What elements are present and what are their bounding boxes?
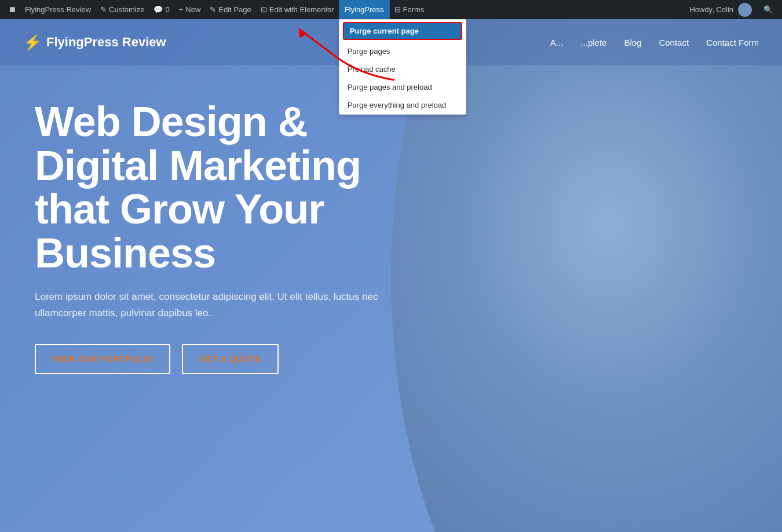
admin-bar: ■ FlyingPress Review ✎ Customize 💬 0 + N… xyxy=(0,0,782,19)
nav-about-link[interactable]: A... xyxy=(550,38,564,47)
admin-bar-right: Howdy, Colin 🔍 xyxy=(685,3,777,17)
forms-icon: ⊟ xyxy=(394,5,401,14)
plus-icon: + xyxy=(179,5,184,14)
purge-current-page-item[interactable]: Purge current page xyxy=(343,22,462,40)
customize-icon: ✎ xyxy=(100,5,107,14)
avatar xyxy=(738,3,752,17)
portfolio-button[interactable]: VIEW OUR PORTFOLIO xyxy=(35,344,170,374)
purge-pages-item[interactable]: Purge pages xyxy=(339,42,466,60)
hero-subtitle: Lorem ipsum dolor sit amet, consectetur … xyxy=(35,289,382,320)
edit-elementor-button[interactable]: ⊡ Edit with Elementor xyxy=(256,0,339,19)
wp-logo-button[interactable]: ■ xyxy=(5,0,20,19)
nav-complete-link[interactable]: ...plete xyxy=(580,38,606,47)
howdy-button[interactable]: Howdy, Colin xyxy=(685,3,757,17)
hero-buttons: VIEW OUR PORTFOLIO GET A QUOTE xyxy=(35,344,382,374)
comments-icon: 💬 xyxy=(154,5,163,14)
new-button[interactable]: + New xyxy=(174,0,206,19)
site-name-button[interactable]: FlyingPress Review xyxy=(20,0,96,19)
bolt-icon: ⚡ xyxy=(23,34,42,52)
search-button[interactable]: 🔍 xyxy=(759,5,777,14)
comments-button[interactable]: 💬 0 xyxy=(149,0,174,19)
site-nav-links: A... ...plete Blog Contact Contact Form xyxy=(550,38,759,47)
site-logo[interactable]: ⚡ FlyingPress Review xyxy=(23,34,166,52)
wp-icon: ■ xyxy=(9,3,16,16)
hero-title: Web Design & Digital Marketing that Grow… xyxy=(35,100,382,275)
nav-contact-link[interactable]: Contact xyxy=(659,38,689,47)
purge-everything-item[interactable]: Purge everything and preload xyxy=(339,96,466,114)
site-name-label: FlyingPress Review xyxy=(25,5,91,14)
edit-page-button[interactable]: ✎ Edit Page xyxy=(205,0,255,19)
flyingpress-menu-button[interactable]: FlyingPress xyxy=(339,0,390,19)
preload-cache-item[interactable]: Preload cache xyxy=(339,60,466,78)
nav-contact-form-link[interactable]: Contact Form xyxy=(706,38,759,47)
customize-button[interactable]: ✎ Customize xyxy=(96,0,149,19)
quote-button[interactable]: GET A QUOTE xyxy=(182,344,278,374)
site-logo-text: FlyingPress Review xyxy=(46,35,166,50)
search-icon: 🔍 xyxy=(763,5,773,14)
purge-and-preload-item[interactable]: Purge pages and preload xyxy=(339,78,466,96)
flyingpress-dropdown: Purge current page Purge pages Preload c… xyxy=(339,19,466,115)
edit-page-icon: ✎ xyxy=(210,5,216,14)
nav-blog-link[interactable]: Blog xyxy=(624,38,641,47)
hero-content: Web Design & Digital Marketing that Grow… xyxy=(0,65,417,397)
elementor-icon: ⊡ xyxy=(261,5,267,14)
flyingpress-menu-wrapper: FlyingPress Purge current page Purge pag… xyxy=(339,0,390,19)
forms-button[interactable]: ⊟ Forms xyxy=(390,0,429,19)
